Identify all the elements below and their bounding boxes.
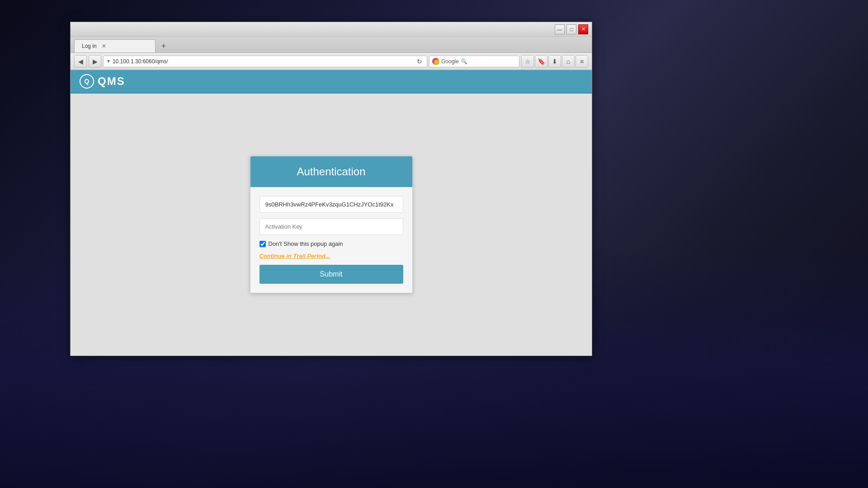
- activation-key-input[interactable]: [259, 218, 403, 235]
- tab-label: Log in: [82, 43, 97, 49]
- search-container: G Google 🔍: [429, 56, 519, 67]
- address-input[interactable]: [113, 58, 413, 65]
- menu-button[interactable]: ≡: [576, 55, 588, 68]
- browser-tab-login[interactable]: Log in ✕: [74, 39, 156, 52]
- dont-show-row: Don't Show this popup again: [259, 240, 403, 247]
- dont-show-label[interactable]: Don't Show this popup again: [269, 240, 343, 247]
- window-controls: — □ ✕: [555, 24, 588, 34]
- browser-window: — □ ✕ Log in ✕ + ◀ ▶ ▼ ↻ G Google 🔍 ☆: [70, 22, 592, 356]
- logo-container: Q QMS: [80, 74, 125, 89]
- star-button[interactable]: ☆: [521, 55, 534, 68]
- back-button[interactable]: ◀: [74, 55, 87, 68]
- submit-button[interactable]: Submit: [259, 265, 403, 284]
- address-bar-container: ▼ ↻: [103, 56, 427, 67]
- home-button[interactable]: ⌂: [562, 55, 575, 68]
- search-engine-label: Google: [441, 58, 459, 65]
- browser-content: Q QMS Authentication 9s0BRHh3vwRz4PFeKv3…: [71, 70, 592, 356]
- download-button[interactable]: ⬇: [548, 55, 561, 68]
- tab-close-button[interactable]: ✕: [100, 42, 108, 50]
- search-icon[interactable]: 🔍: [461, 58, 467, 65]
- google-icon-letter: G: [434, 59, 437, 63]
- trial-period-link[interactable]: Continue in Trail Period...: [259, 253, 403, 259]
- auth-modal: Authentication 9s0BRHh3vwRz4PFeKv3zquG1C…: [250, 156, 413, 293]
- logo-text: QMS: [98, 75, 125, 88]
- maximize-button[interactable]: □: [566, 24, 576, 34]
- minimize-button[interactable]: —: [555, 24, 565, 34]
- google-icon: G: [432, 58, 439, 65]
- reload-button[interactable]: ↻: [415, 57, 424, 66]
- nav-extra-buttons: ☆ 🔖 ⬇ ⌂ ≡: [521, 55, 588, 68]
- dont-show-checkbox[interactable]: [259, 241, 266, 247]
- logo-icon: Q: [80, 74, 94, 89]
- auth-modal-header: Authentication: [250, 156, 412, 187]
- address-dropdown-icon[interactable]: ▼: [106, 59, 111, 64]
- auth-modal-body: 9s0BRHh3vwRz4PFeKv3zquG1CHzJYOc1t92Kx Do…: [250, 187, 412, 293]
- serial-key-field: 9s0BRHh3vwRz4PFeKv3zquG1CHzJYOc1t92Kx: [259, 196, 403, 213]
- logo-icon-letter: Q: [85, 78, 90, 85]
- nav-bar: ◀ ▶ ▼ ↻ G Google 🔍 ☆ 🔖 ⬇ ⌂ ≡: [71, 53, 592, 70]
- tab-bar: Log in ✕ +: [71, 37, 592, 53]
- new-tab-button[interactable]: +: [157, 40, 170, 52]
- auth-title: Authentication: [259, 165, 403, 178]
- main-content: Authentication 9s0BRHh3vwRz4PFeKv3zquG1C…: [71, 94, 592, 356]
- app-header: Q QMS: [71, 70, 592, 94]
- title-bar: — □ ✕: [71, 22, 592, 37]
- forward-button[interactable]: ▶: [89, 55, 101, 68]
- bookmark-button[interactable]: 🔖: [535, 55, 547, 68]
- close-button[interactable]: ✕: [578, 24, 588, 34]
